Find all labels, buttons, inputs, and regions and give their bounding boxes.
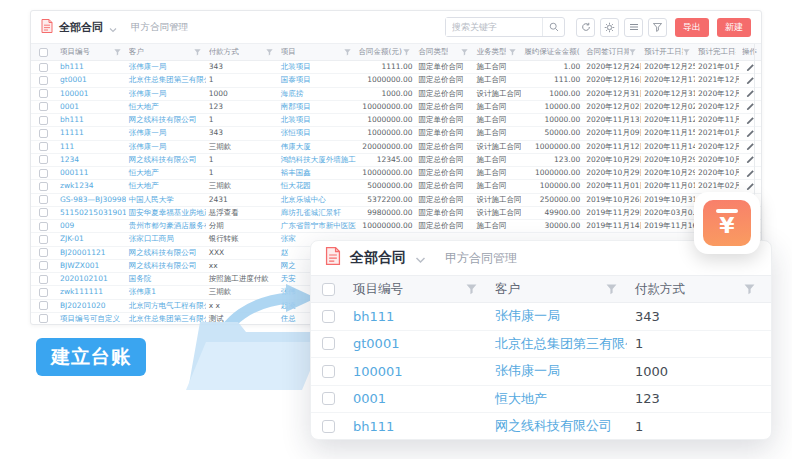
cell[interactable]: 裕丰国鑫 bbox=[278, 167, 356, 179]
row-checkbox[interactable] bbox=[39, 142, 48, 151]
select-all-checkbox[interactable] bbox=[322, 283, 335, 296]
cell[interactable]: 张伟康一局 bbox=[126, 127, 206, 139]
filter-icon[interactable] bbox=[461, 49, 470, 56]
row-checkbox[interactable] bbox=[39, 129, 48, 138]
row-checkbox[interactable] bbox=[39, 89, 48, 98]
row-checkbox[interactable] bbox=[39, 169, 48, 178]
cell[interactable]: bh111 bbox=[345, 419, 487, 434]
column-header[interactable]: 预计完工日期 bbox=[695, 46, 739, 58]
row-checkbox[interactable] bbox=[39, 288, 48, 297]
filter-icon[interactable] bbox=[403, 49, 412, 56]
cell[interactable]: 北京住总集团第三有限公司 bbox=[126, 74, 206, 86]
column-header[interactable]: 付款方式 bbox=[206, 46, 278, 58]
row-checkbox[interactable] bbox=[322, 337, 335, 350]
create-ledger-label[interactable]: 建立台账 bbox=[36, 338, 146, 376]
cell[interactable]: 张家口工商局 bbox=[126, 233, 206, 245]
cell[interactable]: 5115021503190101 bbox=[57, 207, 126, 219]
column-header[interactable]: 合同金额(元) bbox=[356, 46, 416, 58]
cell[interactable]: 恒大地产 bbox=[487, 390, 627, 408]
row-checkbox[interactable] bbox=[39, 301, 48, 310]
filter-icon[interactable] bbox=[744, 284, 757, 295]
cell[interactable]: 廊坊孔雀城汇景轩 bbox=[278, 207, 356, 219]
cell[interactable]: 伟康大厦 bbox=[278, 141, 356, 153]
row-checkbox[interactable] bbox=[39, 275, 48, 284]
cell[interactable]: 贵州市都匀豪酒店服务有… bbox=[126, 220, 206, 232]
column-header[interactable]: 客户 bbox=[126, 46, 206, 58]
cell[interactable]: 恒大地产 bbox=[126, 167, 206, 179]
column-header[interactable]: 客户 bbox=[487, 281, 627, 298]
row-checkbox[interactable] bbox=[39, 314, 48, 323]
cell[interactable]: 国泰项目 bbox=[278, 74, 356, 86]
cell[interactable]: 1234 bbox=[57, 154, 126, 166]
gear-icon[interactable] bbox=[600, 18, 619, 37]
search-input[interactable] bbox=[446, 18, 542, 36]
cell[interactable]: 2020102101 bbox=[57, 273, 126, 285]
filter-icon[interactable] bbox=[683, 49, 692, 56]
cell[interactable]: 111 bbox=[57, 141, 126, 153]
cell[interactable]: 南郡项目 bbox=[278, 101, 356, 113]
cell[interactable]: 恒大花园 bbox=[278, 180, 356, 192]
cell[interactable]: 张伟康一局 bbox=[126, 88, 206, 100]
create-button[interactable]: 新建 bbox=[717, 18, 751, 37]
cell[interactable]: 网之线科技有限公司 bbox=[126, 114, 206, 126]
row-checkbox[interactable] bbox=[39, 261, 48, 270]
cell[interactable]: 张伟康一局 bbox=[126, 61, 206, 73]
row-checkbox[interactable] bbox=[322, 310, 335, 323]
row-checkbox[interactable] bbox=[39, 63, 48, 72]
cell[interactable]: 张恒项目 bbox=[278, 127, 356, 139]
columns-icon[interactable] bbox=[624, 18, 643, 37]
cell[interactable]: 北装项目 bbox=[278, 114, 356, 126]
cell[interactable]: 恒大地产 bbox=[126, 180, 206, 192]
cell[interactable]: 北装项目 bbox=[278, 61, 356, 73]
filter-icon[interactable] bbox=[466, 284, 479, 295]
row-checkbox[interactable] bbox=[39, 195, 48, 204]
row-checkbox[interactable] bbox=[322, 392, 335, 405]
cell[interactable]: 100001 bbox=[57, 88, 126, 100]
column-header[interactable]: 业务类型 bbox=[473, 46, 521, 58]
cell[interactable]: gt0001 bbox=[57, 74, 126, 86]
row-checkbox[interactable] bbox=[39, 155, 48, 164]
filter-icon[interactable] bbox=[629, 49, 638, 56]
column-header[interactable]: 合同签订日期 bbox=[583, 46, 641, 58]
column-header[interactable]: 项目编号 bbox=[345, 281, 487, 298]
column-header[interactable]: 操作 bbox=[739, 46, 761, 58]
cell[interactable]: 100001 bbox=[345, 364, 487, 379]
column-header[interactable]: 项目 bbox=[278, 46, 356, 58]
cell[interactable]: BJWZX001 bbox=[57, 260, 126, 272]
column-header[interactable]: 项目编号 bbox=[57, 46, 126, 58]
search-icon[interactable] bbox=[542, 18, 564, 36]
chevron-down-icon[interactable] bbox=[415, 249, 426, 268]
cell[interactable]: BJ20001121 bbox=[57, 247, 126, 259]
cell[interactable]: GS-983—BJ30998 bbox=[57, 194, 126, 206]
cell[interactable]: 鸿鹄科技大厦外墙施工项目 bbox=[278, 154, 356, 166]
row-checkbox[interactable] bbox=[39, 116, 48, 125]
row-checkbox[interactable] bbox=[39, 235, 48, 244]
row-checkbox[interactable] bbox=[39, 102, 48, 111]
export-button[interactable]: 导出 bbox=[675, 18, 709, 37]
cell[interactable]: 中国人民大学 bbox=[126, 194, 206, 206]
cell[interactable]: 海底捞 bbox=[278, 88, 356, 100]
row-checkbox[interactable] bbox=[39, 248, 48, 257]
row-checkbox[interactable] bbox=[39, 208, 48, 217]
cell[interactable]: 张伟康一局 bbox=[487, 307, 627, 325]
filter-icon[interactable] bbox=[266, 49, 275, 56]
cell[interactable]: 网之线科技有限公司 bbox=[487, 417, 627, 435]
refresh-icon[interactable] bbox=[576, 18, 595, 37]
cell[interactable]: zwk111111 bbox=[57, 286, 126, 298]
cell[interactable]: gt0001 bbox=[345, 336, 487, 351]
filter-icon[interactable] bbox=[194, 49, 203, 56]
cell[interactable]: 0001 bbox=[57, 101, 126, 113]
chevron-down-icon[interactable] bbox=[109, 18, 117, 37]
cell[interactable]: 张伟康一局 bbox=[487, 362, 627, 380]
cell[interactable]: 北京乐城中心 bbox=[278, 194, 356, 206]
row-checkbox[interactable] bbox=[39, 222, 48, 231]
cell[interactable]: 北京住总集团第三有限公司 bbox=[487, 335, 627, 353]
cell[interactable]: BJ20201020 bbox=[57, 300, 126, 312]
cell[interactable]: 0001 bbox=[345, 391, 487, 406]
cell[interactable]: 广东省普宁市新中医医院… bbox=[278, 220, 356, 232]
filter-icon[interactable] bbox=[344, 49, 353, 56]
cell[interactable]: 000111 bbox=[57, 167, 126, 179]
filter-icon[interactable] bbox=[648, 18, 667, 37]
cell[interactable]: zwk1234 bbox=[57, 180, 126, 192]
cell[interactable]: bh111 bbox=[57, 114, 126, 126]
